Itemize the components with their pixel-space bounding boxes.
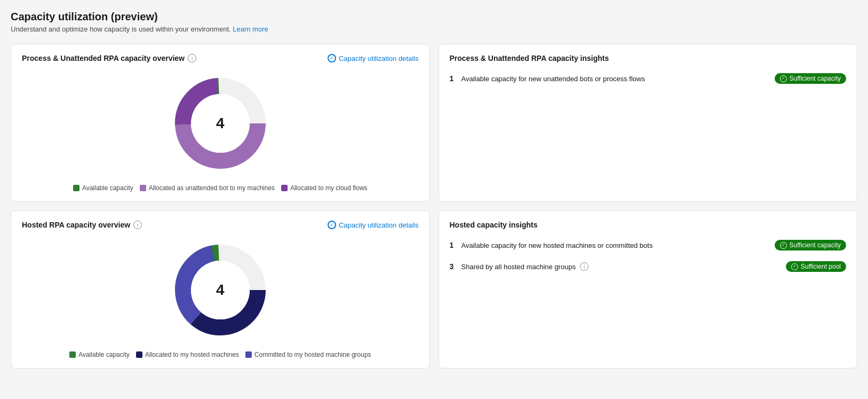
main-grid: Process & Unattended RPA capacity overvi… [11, 44, 857, 369]
legend-item-unattended: Allocated as unattended bot to my machin… [140, 184, 275, 192]
hosted-overview-card: Hosted RPA capacity overview i Capacity … [11, 210, 430, 369]
hosted-insights-header: Hosted capacity insights [450, 221, 847, 229]
details-check-icon [328, 54, 336, 62]
badge-check-icon-3 [791, 263, 798, 270]
hosted-insight-left-2: 3 Shared by all hosted machine groups i [450, 262, 589, 271]
process-insight-left-1: 1 Available capacity for new unattended … [450, 74, 645, 83]
hosted-overview-info-icon[interactable]: i [133, 221, 142, 229]
hosted-overview-title-group: Hosted RPA capacity overview i [22, 221, 142, 229]
process-legend: Available capacity Allocated as unattend… [22, 184, 419, 192]
process-overview-header: Process & Unattended RPA capacity overvi… [22, 54, 419, 62]
process-insights-list: 1 Available capacity for new unattended … [450, 70, 847, 84]
process-insight-item-1: 1 Available capacity for new unattended … [450, 73, 847, 84]
hosted-legend-item-available: Available capacity [69, 351, 130, 358]
process-donut-wrapper: 4 [167, 70, 274, 177]
hosted-legend-item-machines: Allocated to my hosted machines [136, 351, 239, 358]
hosted-donut-container: 4 [22, 237, 419, 343]
hosted-insights-title: Hosted capacity insights [450, 221, 538, 229]
hosted-legend: Available capacity Allocated to my hoste… [22, 351, 419, 358]
process-donut-label: 4 [216, 115, 225, 132]
hosted-overview-header: Hosted RPA capacity overview i Capacity … [22, 221, 419, 229]
process-overview-title-group: Process & Unattended RPA capacity overvi… [22, 54, 196, 62]
hosted-details-check-icon [328, 221, 336, 229]
hosted-insight-item-1: 1 Available capacity for new hosted mach… [450, 240, 847, 251]
page-title: Capacity utilization (preview) [11, 11, 857, 23]
hosted-insight-item-2: 3 Shared by all hosted machine groups i … [450, 261, 847, 272]
hosted-sufficient-capacity-badge: Sufficient capacity [775, 240, 847, 251]
page-header: Capacity utilization (preview) Understan… [11, 11, 857, 33]
hosted-legend-dot-machines [136, 351, 142, 358]
legend-dot-available [73, 185, 79, 191]
hosted-legend-item-committed: Committed to my hosted machine groups [245, 351, 371, 358]
hosted-donut-label: 4 [216, 281, 225, 299]
process-donut-container: 4 [22, 70, 419, 177]
process-overview-card: Process & Unattended RPA capacity overvi… [11, 44, 430, 202]
legend-dot-cloud [281, 185, 288, 191]
hosted-insights-list: 1 Available capacity for new hosted mach… [450, 237, 847, 272]
hosted-sufficient-pool-badge: Sufficient pool [786, 261, 846, 272]
hosted-legend-dot-committed [245, 351, 252, 358]
process-insights-card: Process & Unattended RPA capacity insigh… [439, 44, 858, 202]
process-overview-details-link[interactable]: Capacity utilization details [328, 54, 419, 62]
hosted-insights-card: Hosted capacity insights 1 Available cap… [439, 210, 858, 369]
process-insights-title: Process & Unattended RPA capacity insigh… [450, 54, 609, 62]
process-sufficient-capacity-badge: Sufficient capacity [775, 73, 847, 84]
badge-check-icon-1 [780, 75, 787, 82]
process-insights-header: Process & Unattended RPA capacity insigh… [450, 54, 847, 62]
legend-item-available: Available capacity [73, 184, 133, 192]
legend-dot-unattended [140, 185, 146, 191]
hosted-insight-left-1: 1 Available capacity for new hosted mach… [450, 241, 653, 249]
learn-more-link[interactable]: Learn more [233, 25, 268, 33]
process-overview-info-icon[interactable]: i [188, 54, 196, 62]
badge-check-icon-2 [780, 242, 787, 249]
hosted-legend-dot-available [69, 351, 76, 358]
page-subtitle: Understand and optimize how capacity is … [11, 25, 857, 33]
legend-item-cloud: Allocated to my cloud flows [281, 184, 368, 192]
hosted-overview-details-link[interactable]: Capacity utilization details [328, 221, 419, 229]
process-overview-title: Process & Unattended RPA capacity overvi… [22, 54, 185, 62]
hosted-donut-wrapper: 4 [167, 237, 274, 343]
hosted-overview-title: Hosted RPA capacity overview [22, 221, 130, 229]
hosted-insight-info-icon[interactable]: i [580, 262, 588, 271]
